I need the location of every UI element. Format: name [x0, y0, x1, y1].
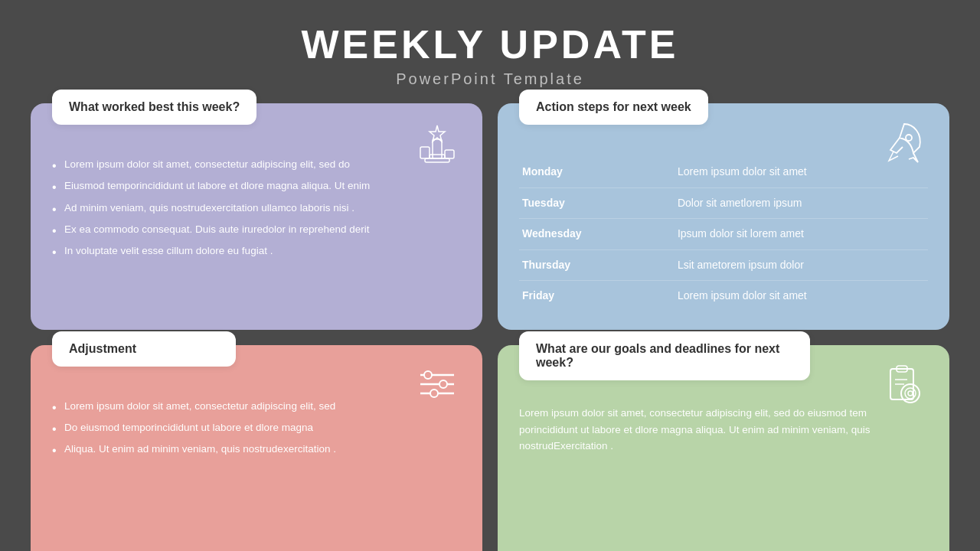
card-top-right-content: Monday Lorem ipsum dolor sit amet Tuesda…: [519, 157, 928, 311]
list-item: Ex ea commodo consequat. Duis aute irure…: [52, 222, 461, 237]
day-desc-thursday: Lsit ametorem ipsum dolor: [675, 249, 928, 281]
list-item: Eiusmod temporincididunt ut labore et dl…: [52, 178, 461, 194]
table-row: Wednesday Ipsum dolor sit lorem amet: [519, 219, 928, 250]
svg-point-6: [906, 135, 912, 141]
list-item: Ad minim veniam, quis nostrudexercitatio…: [52, 201, 461, 216]
page-subtitle: PowerPoint Template: [301, 70, 678, 88]
bullet-list-top-left: Lorem ipsum dolor sit amet, consectetur …: [52, 157, 461, 259]
list-item: Aliqua. Ut enim ad minim veniam, quis no…: [52, 442, 461, 457]
svg-point-10: [424, 371, 432, 379]
list-item: Lorem ipsum dolor sit amet, consectetur …: [52, 399, 461, 414]
day-desc-friday: Lorem ipsum dolor sit amet: [675, 281, 928, 311]
day-name-thursday: Thursday: [519, 249, 675, 281]
list-item: In voluptate velit esse cillum dolore eu…: [52, 243, 461, 259]
header: WEEKLY UPDATE PowerPoint Template: [301, 0, 678, 96]
day-name-monday: Monday: [519, 157, 675, 187]
goals-paragraph: Lorem ipsum dolor sit amet, consectetur …: [519, 405, 928, 455]
card-bottom-left-header-box: Adjustment: [52, 331, 236, 367]
table-row: Thursday Lsit ametorem ipsum dolor: [519, 249, 928, 281]
list-item: Do eiusmod temporincididunt ut labore et…: [52, 420, 461, 435]
svg-point-11: [439, 380, 447, 388]
card-bottom-left-content: Lorem ipsum dolor sit amet, consectetur …: [52, 399, 461, 551]
bullet-list-bottom-left: Lorem ipsum dolor sit amet, consectetur …: [52, 399, 461, 458]
day-schedule-table: Monday Lorem ipsum dolor sit amet Tuesda…: [519, 157, 928, 311]
rocket-svg: [880, 118, 929, 167]
table-row: Tuesday Dolor sit ametlorem ipsum: [519, 187, 928, 219]
day-desc-wednesday: Ipsum dolor sit lorem amet: [675, 219, 928, 250]
card-top-right: Action steps for next week Monday Lorem …: [498, 103, 949, 330]
card-bottom-right: What are our goals and deadlines for nex…: [498, 345, 949, 551]
list-item: Lorem ipsum dolor sit amet, consectetur …: [52, 157, 461, 172]
svg-point-12: [430, 390, 438, 397]
svg-rect-3: [433, 139, 442, 158]
rocket-icon: [877, 116, 931, 169]
target-checklist-icon: [877, 357, 931, 411]
card-bottom-right-content: Lorem ipsum dolor sit amet, consectetur …: [519, 399, 928, 551]
svg-point-17: [908, 391, 913, 396]
target-svg: [880, 360, 929, 409]
table-row: Friday Lorem ipsum dolor sit amet: [519, 281, 928, 311]
card-top-right-heading: Action steps for next week: [536, 100, 691, 113]
card-bottom-left-heading: Adjustment: [69, 342, 136, 355]
card-bottom-right-heading: What are our goals and deadlines for nex…: [536, 342, 779, 369]
card-top-left-content: Lorem ipsum dolor sit amet, consectetur …: [52, 157, 461, 311]
day-name-tuesday: Tuesday: [519, 187, 675, 219]
day-desc-tuesday: Dolor sit ametlorem ipsum: [675, 187, 928, 219]
card-top-right-header-box: Action steps for next week: [519, 90, 708, 125]
table-row: Monday Lorem ipsum dolor sit amet: [519, 157, 928, 187]
page-title: WEEKLY UPDATE: [301, 21, 678, 67]
card-top-left: What worked best this week? Lorem ipsum …: [31, 103, 482, 330]
card-bottom-right-header-box: What are our goals and deadlines for nex…: [519, 331, 810, 380]
card-bottom-left: Adjustment Lorem ipsum dolor sit amet, c…: [31, 345, 482, 551]
day-name-wednesday: Wednesday: [519, 219, 675, 250]
content-grid: What worked best this week? Lorem ipsum …: [31, 96, 949, 551]
day-name-friday: Friday: [519, 281, 675, 311]
card-top-left-heading: What worked best this week?: [69, 100, 240, 113]
card-top-left-header-box: What worked best this week?: [52, 90, 256, 125]
